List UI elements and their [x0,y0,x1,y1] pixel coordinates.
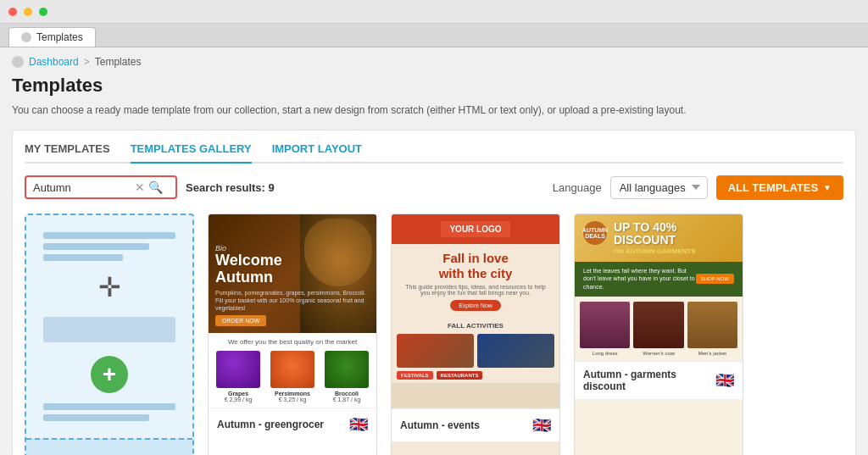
coat-image [633,302,683,348]
greengrocer-cta: ORDER NOW [215,315,266,326]
dot-close[interactable] [8,8,17,16]
breadcrumb: Dashboard > Templates [12,56,856,68]
browser-tab[interactable]: Templates [8,27,96,47]
garments-discount: UP TO 40% [614,221,696,234]
garments-items: Long dress Women's coat Men's jacket [575,297,743,361]
events-cta: Explore Now [450,300,501,311]
item-name-broccoli: Broccoli [325,391,369,397]
jacket-label: Men's jacket [687,351,737,356]
events-subtitle: This guide provides tips, ideas, and res… [400,284,551,296]
item-name-persimmons: Persimmons [270,391,314,397]
new-template-card[interactable]: ✛ + [25,214,194,455]
clear-icon[interactable]: ✕ [135,180,145,194]
breadcrumb-favicon [12,56,24,68]
events-body: Fall in lovewith the city This guide pro… [392,244,559,318]
broccoli-image [325,351,369,388]
events-badge-festivals: FESTIVALS [397,371,433,380]
events-bottom-strip [392,383,559,408]
garments-shop-button[interactable]: SHOP NOW [696,274,734,284]
garment-item-dress: Long dress [580,302,630,356]
greengrocer-template-name: Autumn - greengrocer [217,419,324,430]
item-name-grapes: Grapes [216,391,260,397]
browser-bar [0,0,868,24]
placeholder-mid-lines [43,314,175,346]
placeholder-line [43,254,123,261]
coat-label: Women's coat [633,351,683,356]
page-description: You can choose a ready made template fro… [12,103,856,118]
search-box-wrapper: ✕ 🔍 [25,175,177,199]
events-logo: YOUR LOGO [441,221,509,237]
templates-grid: ✛ + [25,214,843,455]
greengrocer-item: Grapes € 2,99 / kg [216,351,260,402]
browser-chrome: Templates [0,0,868,47]
tab-gallery[interactable]: TEMPLATES GALLERY [131,142,252,164]
all-templates-label: ALL TEMPLATES [728,181,818,194]
events-badges: FESTIVALS RESTAURANTS [392,368,559,383]
template-card-greengrocer[interactable]: Bio WelcomeAutumn Pumpkins, pomegranates… [208,214,377,455]
tab-my-templates[interactable]: MY TEMPLATES [25,142,110,162]
garments-template-name: Autumn - garments discount [583,369,715,392]
garments-sublabel: ON AUTUMN GARMENTS [614,247,696,255]
garments-green-section: Let the leaves fall where they want. But… [575,262,743,297]
garments-header: AUTUMNDEALS UP TO 40% DISCOUNT ON AUTUMN… [575,214,743,262]
placeholder-line [43,243,149,250]
dot-maximize[interactable] [39,8,47,16]
template-card-garments[interactable]: AUTUMNDEALS UP TO 40% DISCOUNT ON AUTUMN… [574,214,743,455]
tab-favicon [21,32,31,42]
greengrocer-footer: Autumn - greengrocer 🇬🇧 [209,408,376,441]
greengrocer-item: Broccoli € 1,87 / kg [325,351,369,402]
garments-body-text: Let the leaves fall where they want. But… [583,267,696,291]
breadcrumb-parent[interactable]: Dashboard [29,56,79,68]
tabs-nav: MY TEMPLATES TEMPLATES GALLERY IMPORT LA… [25,142,843,164]
dress-image [580,302,630,348]
placeholder-bottom-lines [43,403,175,421]
garments-headline-area: UP TO 40% DISCOUNT ON AUTUMN GARMENTS [614,221,696,255]
placeholder-block [43,317,175,342]
tab-label: Templates [36,31,83,43]
garment-item-coat: Women's coat [633,302,683,356]
events-section-title: FALL ACTIVITIES [392,322,559,330]
greengrocer-flag: 🇬🇧 [349,415,368,434]
tab-import-layout[interactable]: IMPORT LAYOUT [272,142,362,162]
events-header: YOUR LOGO [392,214,559,244]
search-results-prefix: Search results: [186,181,269,194]
greengrocer-middle: We offer you the best quality on the mar… [209,333,376,351]
breadcrumb-sep: > [84,56,90,68]
greengrocer-item: Persimmons € 3,25 / kg [270,351,314,402]
garments-logo: AUTUMNDEALS [583,221,607,245]
persimmon-image [270,351,314,388]
template-card-events[interactable]: YOUR LOGO Fall in lovewith the city This… [391,214,560,455]
item-price-grapes: € 2,99 / kg [216,397,260,402]
placeholder-top-lines [43,232,175,261]
new-card-section [26,438,192,455]
placeholder-line [43,403,175,410]
events-badge-restaurants: RESTAURANTS [437,371,483,380]
search-results-count: 9 [269,181,275,194]
greengrocer-title: WelcomeAutumn [215,252,370,286]
placeholder-line [43,232,175,239]
chevron-down-icon: ▼ [823,183,832,192]
item-price-persimmons: € 3,25 / kg [270,397,314,402]
search-input[interactable] [33,181,135,194]
new-card-top: ✛ + [26,215,192,438]
search-row: ✕ 🔍 Search results: 9 Language All langu… [25,175,843,200]
grape-image [216,351,260,388]
breadcrumb-current: Templates [95,56,142,68]
jacket-image [687,302,737,348]
add-template-button[interactable]: + [91,356,128,393]
activity-image-1 [397,334,474,368]
events-flag: 🇬🇧 [532,416,551,435]
language-select[interactable]: All languages English French German Span… [610,176,708,199]
garments-flag: 🇬🇧 [715,371,734,390]
all-templates-button[interactable]: ALL TEMPLATES ▼ [716,175,843,200]
item-price-broccoli: € 1,87 / kg [325,397,369,402]
dot-minimize[interactable] [24,8,32,16]
language-group: Language All languages English French Ge… [553,175,843,200]
greengrocer-items: Grapes € 2,99 / kg Persimmons € 3,25 / k… [209,351,376,408]
garments-footer: Autumn - garments discount 🇬🇧 [575,361,743,399]
events-title: Fall in lovewith the city [400,251,551,281]
content-box: MY TEMPLATES TEMPLATES GALLERY IMPORT LA… [12,130,856,455]
search-icon: 🔍 [148,180,163,194]
placeholder-line [43,414,149,421]
events-template-name: Autumn - events [400,419,480,431]
